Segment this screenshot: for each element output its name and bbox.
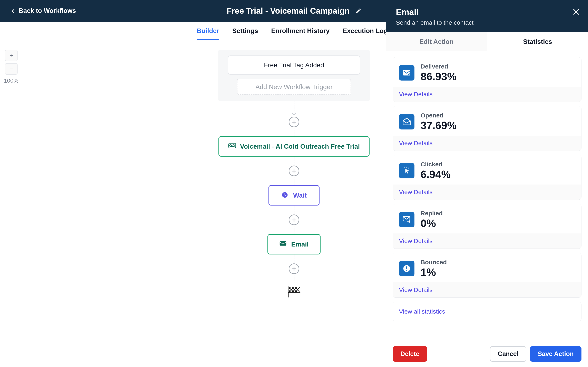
stat-label: Opened	[421, 112, 457, 119]
stat-value: 37.69%	[421, 119, 457, 132]
stat-value: 0%	[421, 217, 443, 229]
finish-icon	[286, 285, 302, 299]
stat-label: Clicked	[421, 161, 450, 168]
stat-value: 6.94%	[421, 168, 450, 180]
stat-card-replied: Replied0%View Details	[393, 204, 581, 249]
clicked-icon	[399, 163, 415, 178]
node-email-label: Email	[291, 241, 309, 248]
svg-rect-9	[291, 289, 292, 291]
add-step-button[interactable]: +	[289, 215, 299, 225]
trigger-chip[interactable]: Free Trial Tag Added	[228, 55, 360, 75]
node-email[interactable]: Email	[268, 234, 320, 254]
svg-rect-14	[295, 290, 297, 292]
chevron-left-icon	[11, 8, 15, 13]
panel-tabs: Edit Action Statistics	[386, 32, 588, 51]
view-all-link[interactable]: View all statistics	[399, 308, 445, 315]
action-panel: Email Send an email to the contact Edit …	[386, 0, 588, 367]
node-wait-label: Wait	[293, 192, 307, 199]
workflow-title: Free Trial - Voicemail Campaign	[227, 6, 350, 16]
add-step-button[interactable]: +	[289, 166, 299, 176]
svg-rect-23	[406, 266, 407, 269]
back-to-workflows[interactable]: Back to Workflows	[11, 0, 76, 22]
trigger-container: Free Trial Tag Added Add New Workflow Tr…	[218, 50, 370, 101]
stat-value: 86.93%	[421, 70, 457, 83]
stat-card-bounced: Bounced1%View Details	[393, 253, 581, 298]
tab-builder[interactable]: Builder	[197, 22, 219, 40]
view-details-link[interactable]: View Details	[399, 286, 433, 293]
back-label: Back to Workflows	[19, 7, 76, 15]
mail-icon	[279, 240, 287, 248]
stat-card-opened: Opened37.69%View Details	[393, 106, 581, 151]
view-details-link[interactable]: View Details	[399, 189, 433, 195]
zoom-in-button[interactable]: +	[5, 50, 17, 61]
opened-icon	[399, 114, 415, 129]
replied-icon	[399, 212, 415, 227]
tab-execution[interactable]: Execution Logs	[343, 22, 391, 40]
delivered-icon	[399, 65, 415, 81]
stat-label: Replied	[421, 210, 443, 217]
zoom-controls: + − 100%	[4, 50, 18, 84]
stat-label: Bounced	[421, 259, 447, 266]
bounced-icon	[399, 261, 415, 276]
svg-point-1	[229, 145, 232, 147]
tab-settings[interactable]: Settings	[232, 22, 258, 40]
svg-rect-12	[289, 290, 291, 292]
panel-title: Email	[396, 7, 578, 17]
svg-line-18	[405, 167, 405, 168]
view-details-link[interactable]: View Details	[399, 140, 433, 146]
view-details-link[interactable]: View Details	[399, 91, 433, 98]
arrow-down-icon	[292, 113, 296, 116]
view-details-link[interactable]: View Details	[399, 238, 433, 244]
panel-tab-edit[interactable]: Edit Action	[386, 32, 487, 51]
svg-rect-6	[289, 287, 291, 289]
workflow-flow: Free Trial Tag Added Add New Workflow Tr…	[218, 50, 370, 299]
svg-rect-8	[295, 287, 297, 289]
zoom-out-button[interactable]: −	[5, 63, 17, 75]
stat-value: 1%	[421, 266, 447, 278]
save-action-button[interactable]: Save Action	[530, 346, 581, 362]
voicemail-icon	[228, 142, 236, 150]
panel-tab-stats[interactable]: Statistics	[487, 32, 588, 51]
svg-point-2	[233, 145, 235, 147]
add-step-button[interactable]: +	[289, 117, 299, 127]
node-wait[interactable]: Wait	[268, 185, 320, 206]
node-voicemail[interactable]: Voicemail - AI Cold Outreach Free Trial	[218, 136, 370, 157]
panel-subtitle: Send an email to the contact	[396, 19, 578, 26]
zoom-percent: 100%	[4, 77, 18, 84]
cancel-button[interactable]: Cancel	[490, 346, 526, 362]
svg-rect-13	[292, 290, 294, 292]
svg-rect-24	[406, 270, 407, 271]
close-panel-button[interactable]	[572, 8, 580, 16]
add-trigger-button[interactable]: Add New Workflow Trigger	[237, 79, 351, 95]
tab-enrollment[interactable]: Enrollment History	[271, 22, 329, 40]
svg-rect-11	[297, 289, 298, 291]
clock-icon	[281, 192, 289, 199]
panel-footer: Delete Cancel Save Action	[386, 341, 588, 367]
panel-header: Email Send an email to the contact	[386, 0, 588, 32]
stat-label: Delivered	[421, 63, 457, 70]
delete-button[interactable]: Delete	[393, 346, 427, 362]
svg-rect-7	[292, 287, 294, 289]
svg-line-20	[408, 167, 409, 168]
svg-rect-10	[294, 289, 295, 291]
view-all-statistics: View all statistics	[393, 302, 581, 321]
svg-rect-5	[280, 241, 286, 246]
panel-body[interactable]: Delivered86.93%View DetailsOpened37.69%V…	[386, 51, 588, 341]
stat-card-clicked: Clicked6.94%View Details	[393, 155, 581, 200]
edit-title-icon[interactable]	[355, 8, 361, 14]
stat-card-delivered: Delivered86.93%View Details	[393, 57, 581, 102]
add-step-button[interactable]: +	[289, 263, 299, 274]
node-voicemail-label: Voicemail - AI Cold Outreach Free Trial	[240, 143, 360, 150]
